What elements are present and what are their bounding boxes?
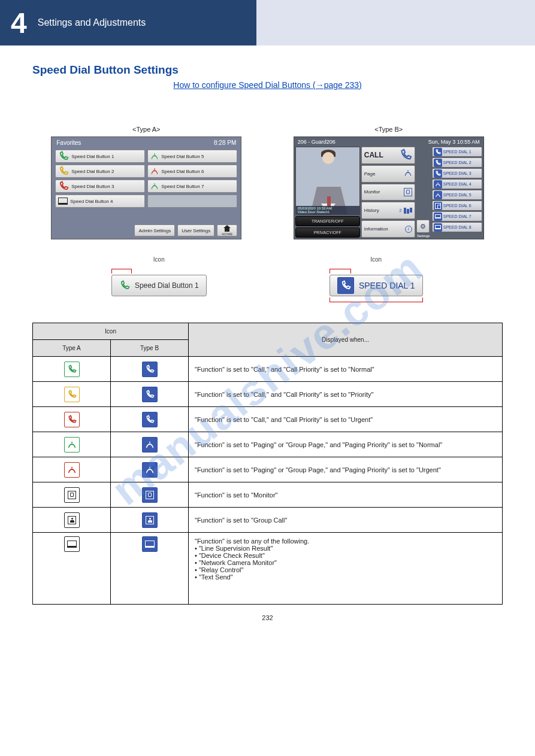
table-row: "Function" is set to "Group Call" [33,508,503,533]
figures-row: <Type A> Favorites 8:28 PM Speed Dial Bu… [32,126,503,239]
speed-dial-empty [147,195,237,208]
speed-dial-2[interactable]: Speed Dial Button 2 [55,165,145,178]
phone-icon [58,181,69,192]
screen-type-a: Favorites 8:28 PM Speed Dial Button 1 Sp… [51,136,241,239]
sd-label: Speed Dial Button 3 [71,184,114,189]
speed-dial-4[interactable]: Speed Dial Button 4 [55,195,145,208]
admin-settings-button[interactable]: Admin Settings [134,224,175,236]
page-icon [64,462,80,478]
enlarged-a: Speed Dial Button 1 [111,275,207,296]
phone-icon [64,362,80,377]
page-label: Page [364,171,376,177]
th-type-b: Type B [111,340,189,357]
speed-dial-1[interactable]: Speed Dial Button 1 [55,150,145,163]
laptop-icon [142,536,158,552]
date: Sun, May 3 10:55 AM [428,139,480,145]
row-desc: "Function" is set to "Call," and "Call P… [189,382,503,407]
enl-b-label: SPEED DIAL 1 [359,281,415,290]
group-icon [64,512,80,528]
history-button[interactable]: History2 [361,202,415,219]
gear-icon: ⚙ [420,223,426,230]
history-label: History [364,208,379,213]
sd-label: Speed Dial Button 7 [161,184,204,189]
phone-icon [58,166,69,177]
page-icon [142,462,158,478]
phone-icon [58,151,69,162]
sd-label: Speed Dial Button 5 [161,154,204,159]
transfer-button[interactable]: TRANSFER/OFF [295,216,360,226]
monitor-icon [64,487,80,503]
user-settings-button[interactable]: User Settings [177,224,214,236]
monitor-icon [142,487,158,503]
call-label: CALL [364,151,383,159]
header-chapter: 4 Settings and Adjustments [0,0,256,45]
row-desc: "Function" is set to "Call," and "Call P… [189,357,503,382]
enl-a-label: Speed Dial Button 1 [135,281,199,290]
phone-icon [64,412,80,427]
page-icon [404,169,412,178]
th-type-a: Type A [33,340,111,357]
home-button[interactable]: HOME [217,224,237,236]
sd-blue-3[interactable]: SPEED DIAL 3 [432,168,482,178]
info-label: Information [364,226,388,232]
avatar: 05/03/2020 10:52 AM Video Door Station1 [295,147,360,215]
monitor-label: Monitor [364,189,380,195]
phone-icon [142,362,158,377]
header-bar: 4 Settings and Adjustments [0,0,535,45]
fig-b-label: <Type B> [374,126,403,133]
table-row: "Function" is set to "Monitor" [33,482,503,508]
th-icon: Icon [33,323,189,340]
sd-blue-4[interactable]: SPEED DIAL 4 [432,179,482,189]
phone-icon [434,148,442,156]
th-desc: Displayed when... [189,323,503,357]
fig-a-label: <Type A> [132,126,160,133]
laptop-icon [58,198,68,205]
speed-dial-5[interactable]: Speed Dial Button 5 [147,150,237,163]
sd-blue-2[interactable]: SPEED DIAL 2 [432,157,482,168]
table-row: "Function" is set to "Call," and "Call P… [33,407,503,432]
row-desc: "Function" is set to "Call," and "Call P… [189,407,503,432]
howto-link[interactable]: How to configure Speed Dial Buttons (→pa… [32,80,503,90]
monitor-button[interactable]: Monitor [361,184,415,201]
information-button[interactable]: Informationi [361,220,415,238]
sd-blue-8[interactable]: SPEED DIAL 8 [432,222,482,232]
monitor-icon [404,188,412,196]
chapter-number: 4 [11,7,27,40]
table-row: "Function" is set to any of the followin… [33,533,503,605]
sd-label: Speed Dial Button 4 [70,199,113,204]
speed-dial-6[interactable]: Speed Dial Button 6 [147,165,237,178]
sd-label: SPEED DIAL 4 [443,182,471,186]
speed-dial-3[interactable]: Speed Dial Button 3 [55,180,145,193]
phone-icon [337,277,354,294]
speed-dial-7[interactable]: Speed Dial Button 7 [147,180,237,193]
sd-blue-1[interactable]: SPEED DIAL 1 [432,147,482,157]
page-icon [150,182,159,190]
sd-blue-7[interactable]: SPEED DIAL 7 [432,211,482,221]
row-desc: "Function" is set to "Group Call" [189,508,503,533]
sd-blue-6[interactable]: SPEED DIAL 6 [432,201,482,211]
privacy-button[interactable]: PRIVACY/OFF [295,227,360,238]
enlarged-b: SPEED DIAL 1 [330,275,423,296]
phone-icon [64,387,80,402]
favorites-title: Favorites [56,139,81,146]
laptop-icon [434,212,442,221]
guard-title: 206 - Guard206 [298,139,335,145]
phone-icon [142,387,158,402]
laptop-icon [434,223,442,232]
table-row: "Function" is set to "Paging" or "Group … [33,457,503,482]
sd-label: SPEED DIAL 5 [443,193,471,197]
page-button[interactable]: Page [361,165,415,183]
sd-label: Speed Dial Button 1 [71,154,114,159]
header-light [256,0,535,45]
settings-button[interactable]: ⚙ [416,220,430,233]
sd-label: SPEED DIAL 3 [443,171,471,175]
enlarged-buttons: Icon Speed Dial Button 1 Icon SPEED [32,256,503,305]
page-icon [64,437,80,453]
sd-label: SPEED DIAL 1 [443,150,471,154]
call-button[interactable]: CALL [361,147,415,164]
icon-callout: Icon [330,256,423,263]
sd-label: SPEED DIAL 7 [443,214,471,218]
sd-blue-5[interactable]: SPEED DIAL 5 [432,190,482,200]
screen-type-b: 206 - Guard206 Sun, May 3 10:55 AM 05/03… [294,136,484,239]
monitor-icon [434,202,442,210]
